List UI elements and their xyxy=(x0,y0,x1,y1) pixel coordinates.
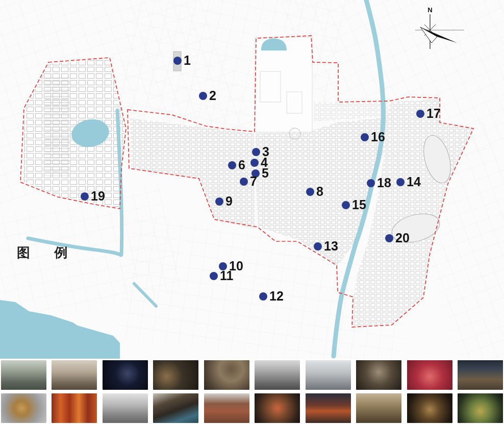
point-dot xyxy=(367,179,375,187)
legend-title: 图 例 xyxy=(17,244,78,262)
point-dot xyxy=(240,178,248,186)
point-number: 14 xyxy=(407,174,421,189)
gallery-row-1 xyxy=(0,360,504,390)
point-number: 19 xyxy=(91,189,105,204)
point-number: 9 xyxy=(225,194,233,209)
point-number: 12 xyxy=(269,289,284,304)
point-dot xyxy=(215,197,223,206)
point-number: 7 xyxy=(250,174,257,189)
park-area xyxy=(255,37,312,132)
point-dot xyxy=(252,148,260,156)
point-number: 1 xyxy=(184,53,191,68)
photo-colonial-arcade-courtyard xyxy=(255,360,300,390)
point-dot xyxy=(173,57,182,65)
point-dot xyxy=(199,92,207,100)
photo-artisan-at-work-portrait xyxy=(356,360,401,390)
point-number: 16 xyxy=(371,130,385,144)
point-dot xyxy=(342,201,350,209)
photo-courtyard-with-pool xyxy=(153,393,198,423)
photo-gallery xyxy=(0,360,504,424)
point-dot xyxy=(81,192,89,201)
photo-red-lantern-stall xyxy=(407,360,452,390)
photo-red-brick-temple xyxy=(204,393,249,423)
point-number: 11 xyxy=(220,268,233,283)
point-dot xyxy=(259,292,267,301)
point-number: 17 xyxy=(426,106,441,121)
point-dot xyxy=(416,110,424,118)
photo-night-lantern-street xyxy=(306,393,351,423)
gallery-row-2 xyxy=(0,393,504,423)
point-number: 18 xyxy=(377,176,391,190)
photo-old-shopfront-sign xyxy=(52,360,97,390)
point-number: 2 xyxy=(209,88,216,103)
photo-dark-curio-shop-interior xyxy=(153,360,198,390)
photo-street-market-arcade xyxy=(1,360,46,390)
point-dot xyxy=(250,159,259,167)
photo-historic-western-facade xyxy=(306,360,351,390)
point-number: 8 xyxy=(316,184,323,199)
photo-arched-tunnel-exhibit xyxy=(407,393,452,423)
point-number: 6 xyxy=(238,158,245,172)
point-dot xyxy=(306,188,314,196)
point-number: 5 xyxy=(262,166,269,181)
photo-modern-exhibition-hall xyxy=(458,360,503,390)
point-dot xyxy=(361,133,369,141)
point-number: 13 xyxy=(324,239,338,254)
photo-colorful-puppets xyxy=(255,393,300,423)
north-arrow: N xyxy=(413,6,474,57)
photo-monochrome-stage-set xyxy=(103,393,148,423)
photo-illuminated-night-garden xyxy=(458,393,503,423)
city-map: 图 例 N 1234567891011121314151617181920 xyxy=(0,0,504,359)
photo-bamboo-woven-ball xyxy=(1,393,46,423)
photo-red-dyed-fabric-strips xyxy=(52,393,97,423)
photo-sepia-industrial-exhibit xyxy=(356,393,401,423)
point-dot xyxy=(396,178,405,186)
north-label: N xyxy=(427,6,432,14)
point-dot xyxy=(210,272,218,280)
point-dot xyxy=(385,234,393,242)
point-dot xyxy=(228,161,236,169)
point-number: 15 xyxy=(352,197,366,212)
photo-teahouse-interior-people xyxy=(204,360,249,390)
point-dot xyxy=(314,242,322,251)
point-number: 20 xyxy=(395,231,410,245)
photo-night-dragon-dance-show xyxy=(103,360,148,390)
